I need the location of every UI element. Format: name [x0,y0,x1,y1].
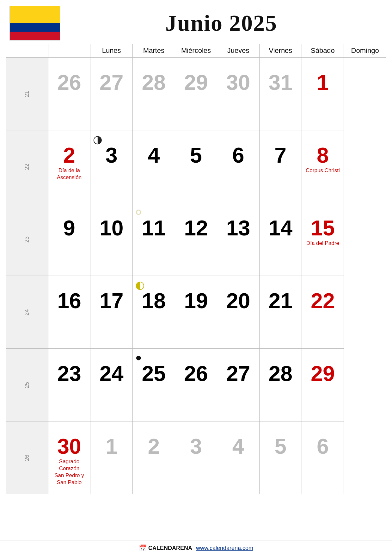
calendar-cell-1-week-26: 1 [90,421,133,494]
calendar-cell-2-week-22: 2Día de laAscensión [48,130,90,203]
day-header-jueves: Jueves [217,44,260,58]
calendar-cell-12-week-23: 12 [175,203,217,276]
calendar-cell-1-week-21: 1 [302,58,344,130]
calendar-cell-7-week-22: 7 [259,130,302,203]
footer-logo-text: CALENDARENA [148,545,192,552]
day-header-domingo: Domingo [344,44,386,58]
calendar-cell-31-week-21: 31 [259,58,302,130]
day-header-sábado: Sábado [302,44,344,58]
calendar-cell-5-week-22: 5 [175,130,217,203]
calendar-cell-8-week-22: 8Corpus Christi [302,130,344,203]
page-title: Junio 2025 [60,10,383,36]
week-num-25: 25 [6,349,48,421]
week-num-header [6,44,48,58]
calendar-cell-3-week-22: ◑3 [90,130,133,203]
calendar-cell-19-week-24: 19 [175,276,217,349]
flag-stripe-blue [10,23,60,32]
calendar-cell-5-week-26: 5 [259,421,302,494]
day-header-martes: Martes [132,44,175,58]
holiday-label: Día de laAscensión [50,167,89,181]
holiday-label: Sagrado CorazónSan Pedro y San Pablo [50,458,89,486]
calendar-cell-25-week-25: ●25 [132,349,175,421]
calendar-cell-27-week-21: 27 [90,58,133,130]
calendar-cell-29-week-21: 29 [175,58,217,130]
week-num-21: 21 [6,58,48,130]
footer-logo: 📅 CALENDARENA [139,544,192,552]
calendar-cell-21-week-24: 21 [259,276,302,349]
flag-stripe-red [10,32,60,40]
flag-stripe-yellow [10,6,60,23]
calendar-cell-3-week-26: 3 [175,421,217,494]
calendar-cell-26-week-21: 26 [48,58,90,130]
footer: 📅 CALENDARENA www.calendarena.com [0,540,392,555]
calendar-cell-15-week-23: 15Día del Padre [302,203,344,276]
calendar-cell-27-week-25: 27 [217,349,260,421]
calendar-cell-16-week-24: 16 [48,276,90,349]
new-moon-icon: ● [135,351,142,364]
calendar-cell-4-week-26: 4 [217,421,260,494]
calendar-cell-9-week-23: 9 [48,203,90,276]
calendar-cell-20-week-24: 20 [217,276,260,349]
full-moon-icon: ○ [135,206,142,218]
holiday-label: Corpus Christi [304,167,342,174]
calendar-cell-6-week-22: 6 [217,130,260,203]
calendar: LunesMartesMiércolesJuevesViernesSábadoD… [0,44,392,540]
footer-url[interactable]: www.calendarena.com [196,545,253,552]
calendar-cell-17-week-24: 17 [90,276,133,349]
calendar-cell-6-week-26: 6 [302,421,344,494]
calendar-cell-30-week-26: 30Sagrado CorazónSan Pedro y San Pablo [48,421,90,494]
week-num-header [48,44,90,58]
day-header-lunes: Lunes [90,44,133,58]
week-num-22: 22 [6,130,48,203]
calendar-cell-26-week-25: 26 [175,349,217,421]
calendar-cell-30-week-21: 30 [217,58,260,130]
calendar-cell-28-week-25: 28 [259,349,302,421]
holiday-label: Día del Padre [304,240,342,247]
day-header-miércoles: Miércoles [175,44,217,58]
day-header-viernes: Viernes [259,44,302,58]
calendar-cell-23-week-25: 23 [48,349,90,421]
week-num-24: 24 [6,276,48,349]
page-header: Junio 2025 [0,0,392,44]
first_quarter-moon-icon: ◐ [135,278,145,291]
calendar-cell-29-week-25: 29 [302,349,344,421]
calendar-cell-13-week-23: 13 [217,203,260,276]
week-num-23: 23 [6,203,48,276]
calendar-cell-4-week-22: 4 [132,130,175,203]
calendar-cell-14-week-23: 14 [259,203,302,276]
calendar-cell-18-week-24: ◐18 [132,276,175,349]
calendar-cell-24-week-25: 24 [90,349,133,421]
colombia-flag [9,6,60,41]
last_quarter-moon-icon: ◑ [93,133,102,146]
calendar-cell-11-week-23: ○11 [132,203,175,276]
calendar-icon: 📅 [139,544,147,552]
calendar-cell-10-week-23: 10 [90,203,133,276]
calendar-cell-22-week-24: 22 [302,276,344,349]
calendar-cell-2-week-26: 2 [132,421,175,494]
week-num-26: 26 [6,421,48,494]
calendar-cell-28-week-21: 28 [132,58,175,130]
